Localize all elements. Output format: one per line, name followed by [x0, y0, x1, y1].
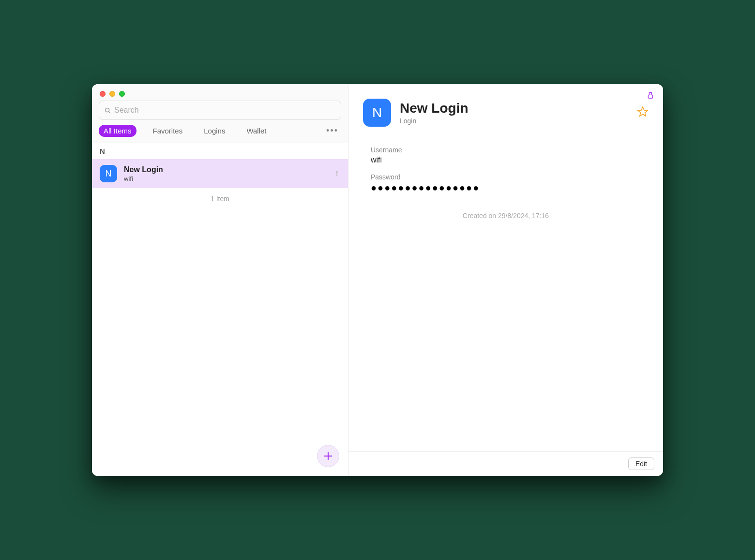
edit-button[interactable]: Edit: [628, 457, 654, 470]
add-item-button[interactable]: [317, 445, 339, 467]
lock-icon: [647, 91, 654, 100]
more-tabs-button[interactable]: •••: [323, 126, 341, 136]
tab-wallet[interactable]: Wallet: [242, 125, 271, 137]
password-field[interactable]: Password ●●●●●●●●●●●●●●●●: [371, 173, 641, 192]
minimize-window-button[interactable]: [109, 91, 115, 97]
detail-avatar: N: [363, 99, 391, 127]
username-label: Username: [371, 146, 641, 154]
item-subtitle: wifi: [124, 175, 327, 182]
sidebar: All Items Favorites Logins Wallet ••• N …: [92, 84, 348, 476]
plus-icon: [323, 451, 333, 461]
password-value: ●●●●●●●●●●●●●●●●: [371, 183, 641, 192]
detail-footer: Edit: [348, 451, 663, 476]
svg-rect-4: [336, 175, 338, 175]
search-field[interactable]: [99, 101, 341, 120]
item-body: New Login wifi: [124, 165, 327, 182]
search-icon: [104, 107, 111, 114]
svg-rect-7: [648, 95, 652, 98]
svg-rect-3: [336, 173, 337, 176]
tab-favorites[interactable]: Favorites: [148, 125, 188, 137]
key-icon: [333, 170, 340, 177]
detail-type: Login: [400, 117, 628, 125]
close-window-button[interactable]: [100, 91, 106, 97]
username-field[interactable]: Username wifi: [371, 146, 641, 164]
detail-fields: Username wifi Password ●●●●●●●●●●●●●●●● …: [348, 136, 663, 229]
svg-point-0: [106, 108, 109, 112]
password-label: Password: [371, 173, 641, 181]
detail-panel: N New Login Login Username wifi Password…: [348, 84, 663, 476]
lock-button[interactable]: [647, 91, 654, 102]
maximize-window-button[interactable]: [119, 91, 125, 97]
app-window: All Items Favorites Logins Wallet ••• N …: [92, 84, 663, 476]
tab-logins[interactable]: Logins: [199, 125, 230, 137]
detail-header: N New Login Login: [348, 84, 663, 136]
window-controls: [92, 84, 348, 101]
tab-all-items[interactable]: All Items: [99, 125, 136, 137]
item-avatar: N: [100, 165, 117, 182]
search-input[interactable]: [114, 106, 336, 115]
item-title: New Login: [124, 165, 327, 174]
favorite-button[interactable]: [637, 106, 649, 119]
username-value: wifi: [371, 156, 641, 164]
svg-marker-8: [638, 107, 648, 116]
star-icon: [637, 106, 649, 118]
item-list: N N New Login wifi 1 Item: [92, 143, 348, 476]
list-section-header: N: [92, 143, 348, 159]
created-timestamp: Created on 29/8/2024, 17:16: [371, 212, 641, 220]
category-tabs: All Items Favorites Logins Wallet •••: [92, 125, 348, 143]
list-item[interactable]: N New Login wifi: [92, 159, 348, 188]
detail-title: New Login: [400, 101, 628, 116]
svg-line-1: [109, 111, 110, 113]
item-count: 1 Item: [92, 188, 348, 209]
